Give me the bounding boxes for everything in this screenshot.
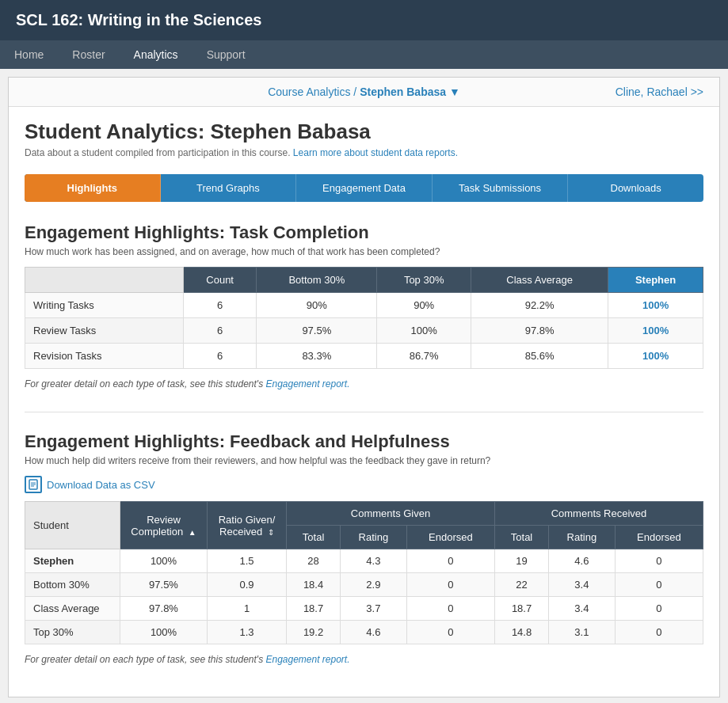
feedback-section: Engagement Highlights: Feedback and Help…	[9, 419, 719, 681]
task-top30: 100%	[377, 318, 471, 344]
feedback-recv-rating: 3.4	[549, 597, 616, 621]
page-title-section: Student Analytics: Stephen Babasa Data a…	[9, 107, 719, 166]
task-bottom30: 83.3%	[257, 344, 377, 369]
table-row: Class Average 97.8% 1 18.7 3.7 0 18.7 3.…	[25, 597, 703, 621]
download-csv-button[interactable]: Download Data as CSV	[25, 476, 703, 493]
tab-task-submissions[interactable]: Task Submissions	[433, 174, 569, 202]
tab-trend-graphs[interactable]: Trend Graphs	[161, 174, 297, 202]
feedback-recv-total: 19	[494, 549, 548, 573]
feedback-ratio: 1.5	[208, 549, 287, 573]
task-count: 6	[184, 344, 257, 369]
recv-endorsed-header: Endorsed	[615, 526, 703, 549]
task-class-avg: 97.8%	[471, 318, 608, 344]
feedback-given-rating: 2.9	[341, 573, 407, 597]
task-completion-subtitle: How much work has been assigned, and on …	[25, 246, 703, 257]
next-student-link[interactable]: Cline, Rachael >>	[616, 86, 703, 98]
nav-support[interactable]: Support	[192, 40, 260, 69]
task-stephen: 100%	[608, 293, 703, 318]
feedback-footnote: For greater detail on each type of task,…	[25, 651, 703, 674]
nav-bar: Home Roster Analytics Support	[0, 40, 728, 69]
task-bottom30: 90%	[257, 293, 377, 318]
engagement-report-link-2[interactable]: Engagement report.	[265, 654, 349, 665]
col-header-bottom30: Bottom 30%	[257, 268, 377, 293]
task-top30: 90%	[377, 293, 471, 318]
tab-highlights[interactable]: Highlights	[25, 174, 161, 202]
tab-engagement-data[interactable]: Engagement Data	[296, 174, 433, 202]
main-content: Course Analytics / Stephen Babasa ▼ Clin…	[8, 77, 720, 697]
task-class-avg: 92.2%	[471, 293, 608, 318]
tabs-bar: Highlights Trend Graphs Engagement Data …	[25, 174, 703, 202]
feedback-recv-endorsed: 0	[615, 573, 703, 597]
app-header: SCL 162: Writing in the Sciences	[0, 0, 728, 40]
feedback-given-endorsed: 0	[406, 597, 494, 621]
feedback-col-ratio: Ratio Given/ Received ⇕	[208, 502, 287, 549]
feedback-given-total: 18.4	[287, 573, 341, 597]
feedback-given-rating: 4.3	[341, 549, 407, 573]
feedback-ratio: 1	[208, 597, 287, 621]
col-header-comments-given: Comments Given	[287, 502, 495, 526]
feedback-recv-rating: 4.6	[549, 549, 616, 573]
breadcrumb: Course Analytics / Stephen Babasa ▼	[251, 86, 478, 98]
download-label: Download Data as CSV	[47, 479, 155, 491]
col-header-comments-received: Comments Received	[494, 502, 703, 526]
feedback-given-endorsed: 0	[406, 549, 494, 573]
feedback-given-total: 28	[287, 549, 341, 573]
sort-arrow: ▲	[189, 528, 196, 537]
given-endorsed-header: Endorsed	[406, 526, 494, 549]
feedback-recv-endorsed: 0	[615, 597, 703, 621]
given-total-header: Total	[287, 526, 341, 549]
feedback-ratio: 0.9	[208, 573, 287, 597]
recv-rating-header: Rating	[549, 526, 616, 549]
feedback-given-total: 19.2	[287, 621, 341, 644]
feedback-student: Stephen	[25, 549, 120, 573]
feedback-review-completion: 100%	[120, 621, 208, 644]
feedback-given-endorsed: 0	[406, 573, 494, 597]
task-label: Review Tasks	[25, 318, 184, 344]
task-top30: 86.7%	[377, 344, 471, 369]
task-class-avg: 85.6%	[471, 344, 608, 369]
feedback-review-completion: 97.8%	[120, 597, 208, 621]
task-completion-table: Count Bottom 30% Top 30% Class Average S…	[25, 267, 703, 369]
task-label: Writing Tasks	[25, 293, 184, 318]
task-completion-section: Engagement Highlights: Task Completion H…	[9, 210, 719, 405]
feedback-student: Class Average	[25, 597, 120, 621]
feedback-col-student: Student	[25, 502, 120, 549]
col-header-count: Count	[184, 268, 257, 293]
learn-more-link[interactable]: Learn more about student data reports.	[293, 147, 458, 158]
feedback-review-completion: 97.5%	[120, 573, 208, 597]
nav-roster[interactable]: Roster	[58, 40, 119, 69]
feedback-subtitle: How much help did writers receive from t…	[25, 455, 703, 466]
table-row: Revision Tasks 6 83.3% 86.7% 85.6% 100%	[25, 344, 703, 369]
task-bottom30: 97.5%	[257, 318, 377, 344]
breadcrumb-dropdown-icon: ▼	[449, 86, 460, 98]
feedback-col-review-completion: Review Completion ▲	[120, 502, 208, 549]
page-subtitle: Data about a student compiled from parti…	[25, 147, 703, 158]
col-header-class-avg: Class Average	[471, 268, 608, 293]
breadcrumb-course-link[interactable]: Course Analytics /	[268, 86, 356, 98]
task-completion-title: Engagement Highlights: Task Completion	[25, 222, 703, 243]
table-row: Review Tasks 6 97.5% 100% 97.8% 100%	[25, 318, 703, 344]
breadcrumb-student[interactable]: Stephen Babasa ▼	[360, 86, 460, 98]
feedback-recv-total: 14.8	[494, 621, 548, 644]
tab-downloads[interactable]: Downloads	[568, 174, 703, 202]
feedback-given-total: 18.7	[287, 597, 341, 621]
feedback-title: Engagement Highlights: Feedback and Help…	[25, 431, 703, 452]
engagement-report-link-1[interactable]: Engagement report.	[265, 378, 349, 390]
feedback-recv-rating: 3.1	[549, 621, 616, 644]
task-completion-footnote: For greater detail on each type of task,…	[25, 375, 703, 399]
sort-arrow-ratio: ⇕	[268, 528, 274, 537]
feedback-recv-rating: 3.4	[549, 573, 616, 597]
feedback-recv-total: 18.7	[494, 597, 548, 621]
feedback-student: Bottom 30%	[25, 573, 120, 597]
breadcrumb-bar: Course Analytics / Stephen Babasa ▼ Clin…	[9, 78, 719, 107]
given-rating-header: Rating	[341, 526, 407, 549]
table-row: Stephen 100% 1.5 28 4.3 0 19 4.6 0	[25, 549, 703, 573]
breadcrumb-student-name: Stephen Babasa	[360, 86, 446, 98]
col-header-empty	[25, 268, 184, 293]
col-header-top30: Top 30%	[377, 268, 471, 293]
feedback-recv-endorsed: 0	[615, 549, 703, 573]
feedback-given-rating: 4.6	[341, 621, 407, 644]
nav-analytics[interactable]: Analytics	[120, 40, 192, 69]
download-icon	[25, 476, 42, 493]
nav-home[interactable]: Home	[0, 40, 58, 69]
